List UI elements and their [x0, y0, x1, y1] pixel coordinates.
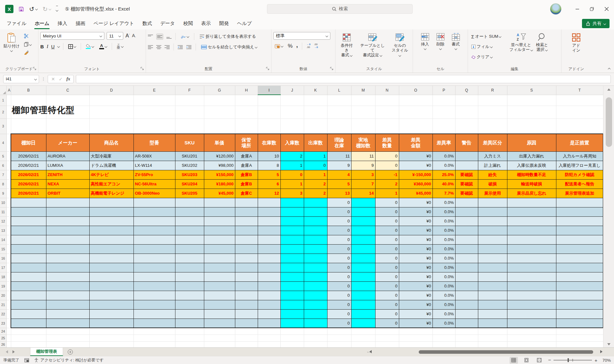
save-icon[interactable]: [19, 6, 24, 12]
cell-S23[interactable]: [507, 319, 556, 328]
cell-C12[interactable]: [46, 216, 89, 226]
cell-Q13[interactable]: [455, 226, 478, 235]
cell-D22[interactable]: [89, 309, 133, 319]
cell-C10[interactable]: [46, 198, 89, 207]
cell-R16[interactable]: [478, 254, 507, 263]
cell-H15[interactable]: [235, 244, 258, 254]
cell-T16[interactable]: [556, 254, 603, 263]
horizontal-scrollbar-thumb[interactable]: [419, 350, 593, 354]
cell-Q1[interactable]: [455, 95, 478, 106]
cell-B21[interactable]: [11, 300, 46, 309]
tab-描画[interactable]: 描画: [71, 18, 89, 29]
row-header-20[interactable]: 20: [0, 291, 6, 300]
cell-K11[interactable]: [304, 207, 327, 216]
cell-B14[interactable]: [11, 235, 46, 244]
cell-M20[interactable]: [351, 291, 375, 300]
cell-G15[interactable]: [204, 244, 235, 254]
column-header-Q[interactable]: Q: [455, 86, 478, 95]
cell-N22[interactable]: 0: [375, 309, 399, 319]
cell-D1[interactable]: [89, 95, 133, 106]
column-header-B[interactable]: B: [11, 86, 46, 95]
table-header-16[interactable]: 警告: [455, 134, 478, 151]
close-button[interactable]: [599, 0, 614, 18]
cell-L16[interactable]: 0: [327, 254, 351, 263]
cell-C24[interactable]: [46, 328, 89, 335]
tab-表示[interactable]: 表示: [197, 18, 215, 29]
cell-M24[interactable]: [351, 328, 375, 335]
cell-Q11[interactable]: [455, 207, 478, 216]
cell-M21[interactable]: [351, 300, 375, 309]
cell-P7[interactable]: 25.0%: [432, 170, 455, 179]
cell-Q23[interactable]: [455, 319, 478, 328]
cell-O22[interactable]: ¥0: [399, 309, 432, 319]
cell-B26[interactable]: [11, 341, 46, 347]
cell-R19[interactable]: [478, 281, 507, 291]
cell-J15[interactable]: [280, 244, 304, 254]
cut-button[interactable]: [23, 33, 33, 39]
row-header-1[interactable]: 1: [0, 95, 6, 106]
row-header-3[interactable]: 3: [0, 118, 6, 134]
enter-icon[interactable]: ✓: [59, 77, 63, 82]
cell-H16[interactable]: [235, 254, 258, 263]
cell-O17[interactable]: ¥0: [399, 263, 432, 272]
cell-K3[interactable]: [304, 118, 327, 134]
cell-D19[interactable]: [89, 281, 133, 291]
tab-校閲[interactable]: 校閲: [179, 18, 197, 29]
cell-E18[interactable]: [133, 272, 175, 281]
row-header-21[interactable]: 21: [0, 300, 6, 309]
cell-N3[interactable]: [375, 118, 399, 134]
cell-D11[interactable]: [89, 207, 133, 216]
cell-I24[interactable]: [258, 328, 280, 335]
cell-P19[interactable]: 0.0%: [432, 281, 455, 291]
column-header-P[interactable]: P: [432, 86, 455, 95]
cell-R8[interactable]: 破損: [478, 179, 507, 189]
cell-Q14[interactable]: [455, 235, 478, 244]
cell-P16[interactable]: 0.0%: [432, 254, 455, 263]
cell-T8[interactable]: 配送業者へ報告: [556, 179, 603, 189]
column-header-C[interactable]: C: [46, 86, 89, 95]
column-header-T[interactable]: T: [556, 86, 603, 95]
column-header-R[interactable]: R: [478, 86, 507, 95]
cell-M17[interactable]: [351, 263, 375, 272]
cell-N1[interactable]: [375, 95, 399, 106]
tab-挿入[interactable]: 挿入: [53, 18, 71, 29]
cell-M1[interactable]: [351, 95, 375, 106]
cell-N18[interactable]: 0: [375, 272, 399, 281]
cell-P25[interactable]: [432, 335, 455, 341]
cell-F9[interactable]: SKU205: [175, 189, 204, 198]
cell-styles-button[interactable]: セルの スタイル: [389, 32, 411, 58]
cell-A15[interactable]: [6, 244, 11, 254]
cell-G13[interactable]: [204, 226, 235, 235]
cell-L25[interactable]: [327, 335, 351, 341]
cell-C19[interactable]: [46, 281, 89, 291]
cell-N21[interactable]: 0: [375, 300, 399, 309]
row-header-15[interactable]: 15: [0, 244, 6, 254]
row-header-2[interactable]: 2: [0, 106, 6, 118]
cell-A11[interactable]: [6, 207, 11, 216]
cell-I3[interactable]: [258, 118, 280, 134]
cell-B25[interactable]: [11, 335, 46, 341]
cell-E11[interactable]: [133, 207, 175, 216]
cell-G24[interactable]: [204, 328, 235, 335]
wrap-text-button[interactable]: 折り返して全体を表示する: [198, 33, 257, 40]
cell-O13[interactable]: ¥0: [399, 226, 432, 235]
decrease-indent-icon[interactable]: [178, 45, 183, 49]
table-header-7[interactable]: 保管 場所: [235, 134, 258, 151]
borders-icon[interactable]: [67, 43, 77, 50]
row-header-25[interactable]: 25: [0, 335, 6, 341]
cell-G26[interactable]: [204, 341, 235, 347]
number-dialog-launcher[interactable]: [330, 67, 333, 70]
cell-J25[interactable]: [280, 335, 304, 341]
cell-D14[interactable]: [89, 235, 133, 244]
cell-S17[interactable]: [507, 263, 556, 272]
cell-A7[interactable]: [6, 170, 11, 179]
cell-C1[interactable]: [46, 95, 89, 106]
cell-B12[interactable]: [11, 216, 46, 226]
cell-A10[interactable]: [6, 198, 11, 207]
cell-H25[interactable]: [235, 335, 258, 341]
cell-R10[interactable]: [478, 198, 507, 207]
cell-K7[interactable]: 1: [304, 170, 327, 179]
cell-P8[interactable]: 40.0%: [432, 179, 455, 189]
avatar[interactable]: [550, 3, 561, 15]
cell-J1[interactable]: [280, 95, 304, 106]
